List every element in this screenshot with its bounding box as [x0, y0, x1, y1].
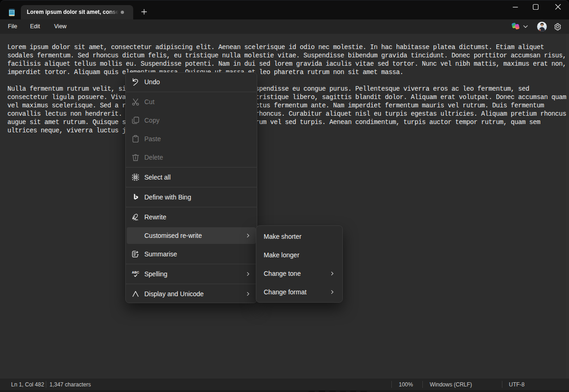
svg-text:ABC: ABC: [132, 270, 139, 274]
